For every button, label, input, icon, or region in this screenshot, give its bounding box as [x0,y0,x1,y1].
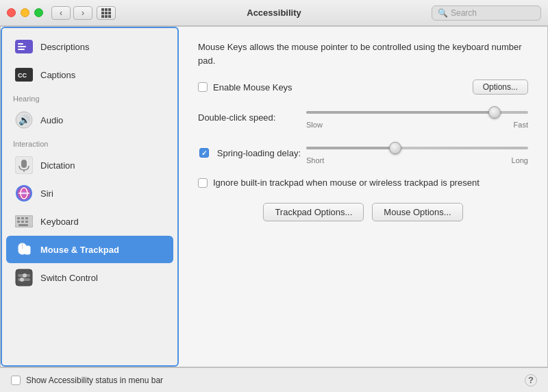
enable-mouse-keys-text: Enable Mouse Keys [213,82,292,93]
nav-buttons: ‹ › [51,6,92,20]
sidebar-item-audio[interactable]: 🔊 Audio [6,106,173,134]
audio-icon: 🔊 [14,110,34,130]
captions-icon: CC [14,65,34,84]
enable-mouse-keys-label[interactable]: Enable Mouse Keys [198,82,292,93]
sidebar-item-captions[interactable]: CC Captions [6,61,173,88]
options-button[interactable]: Options... [473,79,528,95]
dictation-icon [14,156,34,175]
spring-loading-slider[interactable] [306,141,528,155]
sidebar-item-captions-label: Captions [40,70,75,80]
double-click-range-labels: Slow Fast [306,121,528,129]
svg-point-28 [23,273,27,278]
accessibility-status-checkbox[interactable] [11,376,21,385]
double-click-speed-thumb[interactable] [488,106,501,119]
double-click-slow-label: Slow [306,121,323,129]
content-description: Mouse Keys allows the mouse pointer to b… [198,40,528,67]
double-click-speed-fill [306,111,495,114]
svg-rect-17 [25,217,28,219]
back-button[interactable]: ‹ [51,6,71,20]
svg-rect-2 [18,46,26,47]
double-click-speed-label: Double-click speed: [198,112,301,123]
svg-rect-9 [21,160,27,168]
window-title: Accessibility [247,8,301,18]
grid-view-button[interactable] [97,6,116,20]
double-click-speed-slider-wrapper: Slow Fast [306,106,528,129]
sidebar-item-switch-control[interactable]: Switch Control [6,264,173,291]
svg-rect-15 [17,217,20,219]
enable-mouse-keys-row: Enable Mouse Keys Options... [198,79,528,95]
sidebar-item-audio-label: Audio [40,115,63,125]
svg-rect-18 [17,221,20,223]
sidebar-item-descriptions-label: Descriptions [40,42,90,52]
hearing-section-label: Hearing [2,89,177,106]
svg-text:🔊: 🔊 [18,114,31,126]
spring-loading-checkbox[interactable] [199,148,209,158]
sidebar: Descriptions CC Captions Hearing 🔊 Audio… [1,27,179,367]
spring-loading-slider-wrapper: Short Long [306,141,528,164]
svg-rect-1 [18,43,23,45]
sidebar-item-dictation-label: Dictation [40,160,75,171]
svg-rect-24 [25,246,30,254]
close-button[interactable] [7,8,16,17]
ignore-trackpad-row: Ignore built-in trackpad when mouse or w… [198,177,528,189]
siri-icon [14,184,34,203]
spring-loading-range-labels: Short Long [306,156,528,164]
double-click-speed-section: Double-click speed: Slow Fast [198,106,528,129]
svg-rect-25 [16,269,32,286]
grid-icon [101,8,111,18]
keyboard-icon [14,212,34,231]
spring-loading-thumb[interactable] [389,142,401,154]
svg-rect-19 [21,221,24,223]
mouse-icon [14,240,34,259]
svg-rect-21 [18,224,28,226]
svg-rect-16 [21,217,24,219]
ignore-trackpad-checkbox[interactable] [198,178,208,188]
search-box[interactable]: 🔍 [432,5,541,21]
titlebar: ‹ › Accessibility 🔍 [0,0,548,26]
search-icon: 🔍 [438,8,448,18]
spring-loading-short-label: Short [306,156,324,164]
minimize-button[interactable] [21,8,29,17]
main-area: Descriptions CC Captions Hearing 🔊 Audio… [0,26,548,367]
double-click-speed-track [306,111,528,114]
svg-point-29 [20,278,24,282]
sidebar-item-siri[interactable]: Siri [6,180,173,207]
search-input[interactable] [451,8,535,18]
svg-text:CC: CC [18,72,27,79]
spring-loading-long-label: Long [512,156,528,164]
enable-mouse-keys-checkbox[interactable] [198,82,208,92]
sidebar-item-descriptions[interactable]: Descriptions [6,33,173,60]
accessibility-status-text: Show Accessibility status in menu bar [26,376,163,385]
switch-control-icon [14,268,34,287]
double-click-fast-label: Fast [514,121,528,129]
content-panel: Mouse Keys allows the mouse pointer to b… [179,27,547,367]
interaction-section-label: Interaction [2,134,177,151]
spring-loading-fill [306,147,395,149]
spring-loading-row: Spring-loading delay: Short Long [198,141,528,164]
sidebar-item-keyboard-label: Keyboard [40,217,79,227]
traffic-lights [7,8,43,17]
sidebar-item-siri-label: Siri [40,188,53,199]
spring-loading-section: Spring-loading delay: Short Long [198,141,528,164]
sidebar-item-switch-control-label: Switch Control [40,273,98,283]
sidebar-item-mouse-trackpad[interactable]: Mouse & Trackpad [6,236,173,263]
double-click-speed-row: Double-click speed: Slow Fast [198,106,528,129]
mouse-options-button[interactable]: Mouse Options... [372,203,462,221]
sidebar-item-mouse-trackpad-label: Mouse & Trackpad [40,245,119,255]
spring-loading-label: Spring-loading delay: [217,148,301,158]
sidebar-item-dictation[interactable]: Dictation [6,151,173,179]
forward-button[interactable]: › [73,6,92,20]
footer: Show Accessibility status in menu bar ? [0,367,548,392]
spring-loading-label-group: Spring-loading delay: [198,148,301,158]
help-button[interactable]: ? [525,374,537,387]
trackpad-options-button[interactable]: Trackpad Options... [263,203,364,221]
bottom-buttons: Trackpad Options... Mouse Options... [198,203,528,221]
accessibility-status-label[interactable]: Show Accessibility status in menu bar [11,376,163,385]
maximize-button[interactable] [34,8,43,17]
descriptions-icon [14,37,34,56]
sidebar-item-keyboard[interactable]: Keyboard [6,208,173,235]
svg-rect-20 [25,221,28,223]
svg-rect-3 [18,49,25,50]
double-click-speed-slider[interactable] [306,106,528,119]
ignore-trackpad-label[interactable]: Ignore built-in trackpad when mouse or w… [198,177,480,189]
